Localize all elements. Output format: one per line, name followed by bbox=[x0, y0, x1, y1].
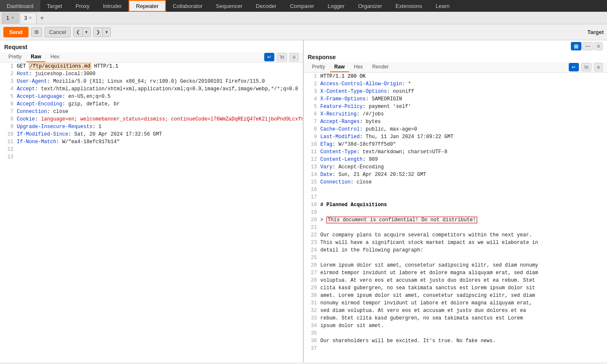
nav-item-learn[interactable]: Learn bbox=[429, 0, 456, 12]
response-view-single[interactable]: ― bbox=[582, 42, 593, 50]
line-content: Accept: text/html,application/xhtml+xml,… bbox=[17, 85, 298, 93]
nav-item-repeater[interactable]: Repeater bbox=[129, 0, 166, 12]
target-label: Target bbox=[587, 29, 604, 35]
table-row: 31nonumy eirmod tempor invidunt ut labor… bbox=[304, 299, 607, 307]
table-row: 6X-Recruiting: /#/jobs bbox=[304, 110, 607, 118]
line-number: 13 bbox=[305, 163, 317, 171]
line-number: 10 bbox=[305, 141, 317, 148]
line-number: 22 bbox=[305, 231, 317, 239]
nav-item-sequencer[interactable]: Sequencer bbox=[209, 0, 249, 12]
nav-back-dropdown[interactable]: ▾ bbox=[83, 28, 90, 37]
table-row: 16 bbox=[304, 186, 607, 194]
table-row: 12 bbox=[0, 146, 303, 153]
request-code-area[interactable]: 1GET /ftp/acquisitions.md HTTP/1.12Host:… bbox=[0, 63, 303, 362]
nav-item-dashboard[interactable]: Dashboard bbox=[0, 0, 40, 12]
line-content: Date: Sun, 21 Apr 2024 20:52:32 GMT bbox=[321, 171, 426, 178]
line-number: 19 bbox=[305, 209, 317, 216]
table-row: 29clita kasd gubergren, no sea takimata … bbox=[304, 284, 607, 292]
line-number: 33 bbox=[305, 314, 317, 322]
line-number: 2 bbox=[305, 80, 317, 88]
nav-item-comparer[interactable]: Comparer bbox=[283, 0, 321, 12]
response-tab-hex[interactable]: Hex bbox=[350, 62, 367, 72]
line-number: 9 bbox=[2, 123, 13, 131]
request-special-button[interactable]: \n bbox=[277, 53, 287, 61]
line-content: GET /ftp/acquisitions.md HTTP/1.1 bbox=[17, 63, 118, 70]
nav-item-intruder[interactable]: Intruder bbox=[96, 0, 129, 12]
nav-item-proxy[interactable]: Proxy bbox=[69, 0, 96, 12]
nav-item-target[interactable]: Target bbox=[40, 0, 69, 12]
nav-item-organizer[interactable]: Organizer bbox=[351, 0, 389, 12]
table-row: 24detail in the following paragraph: bbox=[304, 246, 607, 254]
line-number: 21 bbox=[305, 224, 317, 231]
line-content: # Planned Acquisitions bbox=[321, 201, 387, 209]
response-sub-tabs: Pretty Raw Hex Render ↵ \n ≡ bbox=[304, 62, 607, 73]
line-number: 32 bbox=[305, 307, 317, 314]
nav-forward-dropdown[interactable]: ▾ bbox=[103, 28, 110, 37]
response-menu-button[interactable]: ≡ bbox=[594, 63, 603, 71]
line-content: Our shareholders will be excited. It's t… bbox=[321, 337, 496, 345]
table-row: 1GET /ftp/acquisitions.md HTTP/1.1 bbox=[0, 63, 303, 70]
line-number: 3 bbox=[2, 78, 13, 85]
toolbar: Send ⚙ Cancel ❮ ▾ ❯ ▾ Target bbox=[0, 24, 607, 40]
repeater-tab-1[interactable]: 1 ✕ bbox=[2, 13, 19, 24]
line-number: 34 bbox=[305, 322, 317, 330]
request-menu-button[interactable]: ≡ bbox=[289, 53, 298, 61]
response-tab-pretty[interactable]: Pretty bbox=[308, 62, 329, 72]
request-tab-pretty[interactable]: Pretty bbox=[4, 52, 26, 62]
nav-item-logger[interactable]: Logger bbox=[321, 0, 351, 12]
response-special-button[interactable]: \n bbox=[581, 63, 591, 71]
response-code-area[interactable]: 1HTTP/1.1 200 OK2Access-Control-Allow-Or… bbox=[304, 73, 607, 362]
nav-item-extensions[interactable]: Extensions bbox=[389, 0, 429, 12]
repeater-tab-3[interactable]: 3 ✕ bbox=[20, 13, 37, 24]
table-row: 9Last-Modified: Thu, 11 Jan 2024 17:09:2… bbox=[304, 133, 607, 141]
line-content: Vary: Accept-Encoding bbox=[321, 163, 384, 171]
cancel-button[interactable]: Cancel bbox=[45, 27, 71, 37]
request-tab-raw[interactable]: Raw bbox=[26, 52, 45, 62]
line-number: 4 bbox=[305, 95, 317, 103]
response-view-split[interactable]: ▦ bbox=[571, 42, 581, 50]
line-content: Cookie: language=en; welcomebanner_statu… bbox=[17, 115, 303, 123]
line-content: Host: juiceshop.local:3000 bbox=[17, 70, 95, 78]
response-tab-render[interactable]: Render bbox=[368, 62, 393, 72]
table-row: 18# Planned Acquisitions bbox=[304, 201, 607, 209]
response-wrap-button[interactable]: ↵ bbox=[569, 63, 579, 71]
nav-back-button[interactable]: ❮ bbox=[74, 28, 83, 37]
tab-close-1[interactable]: ✕ bbox=[11, 16, 14, 20]
request-panel: Request Pretty Raw Hex ↵ \n ≡ 1GET /ftp/… bbox=[0, 40, 304, 362]
line-content: Our company plans to acquire several com… bbox=[321, 231, 532, 239]
line-content: voluptua. At vero eos et accusam et just… bbox=[321, 277, 535, 284]
response-view-full[interactable]: ≡ bbox=[594, 42, 603, 50]
line-number: 11 bbox=[305, 148, 317, 156]
line-number: 31 bbox=[305, 299, 317, 307]
table-row: 14Date: Sun, 21 Apr 2024 20:52:32 GMT bbox=[304, 171, 607, 178]
line-content: Access-Control-Allow-Origin: * bbox=[321, 80, 411, 88]
table-row: 23This will have a significant stock mar… bbox=[304, 239, 607, 246]
response-title: Response bbox=[304, 50, 607, 62]
line-number: 24 bbox=[305, 246, 317, 254]
tab-close-3[interactable]: ✕ bbox=[29, 16, 32, 20]
line-content: Connection: close bbox=[321, 178, 372, 186]
table-row: 20> This document is confidential! Do no… bbox=[304, 216, 607, 224]
request-wrap-button[interactable]: ↵ bbox=[264, 53, 274, 61]
line-content: User-Agent: Mozilla/5.0 (X11; Linux x86_… bbox=[17, 78, 265, 85]
line-content: > This document is confidential! Do not … bbox=[321, 216, 477, 224]
line-content: X-Frame-Options: SAMEORIGIN bbox=[321, 95, 402, 103]
table-row: 10If-Modified-Since: Sat, 20 Apr 2024 17… bbox=[0, 131, 303, 138]
nav-forward-button[interactable]: ❯ bbox=[94, 28, 103, 37]
tab-bar: 1 ✕3 ✕+ bbox=[0, 12, 607, 24]
line-number: 5 bbox=[2, 93, 13, 100]
nav-item-decoder[interactable]: Decoder bbox=[249, 0, 283, 12]
line-number: 1 bbox=[305, 73, 317, 80]
table-row: 35 bbox=[304, 330, 607, 337]
table-row: 26Lorem ipsum dolor sit amet, consetetur… bbox=[304, 262, 607, 269]
nav-item-collaborator[interactable]: Collaborator bbox=[166, 0, 209, 12]
line-number: 4 bbox=[2, 85, 13, 93]
settings-icon-button[interactable]: ⚙ bbox=[31, 27, 42, 37]
line-number: 26 bbox=[305, 262, 317, 269]
send-button[interactable]: Send bbox=[3, 27, 29, 37]
tab-add-button[interactable]: + bbox=[37, 14, 46, 22]
response-tab-raw[interactable]: Raw bbox=[330, 62, 349, 72]
line-content: nonumy eirmod tempor invidunt ut labore … bbox=[321, 299, 532, 307]
request-tab-hex[interactable]: Hex bbox=[46, 52, 63, 62]
line-content: If-Modified-Since: Sat, 20 Apr 2024 17:3… bbox=[17, 131, 162, 138]
